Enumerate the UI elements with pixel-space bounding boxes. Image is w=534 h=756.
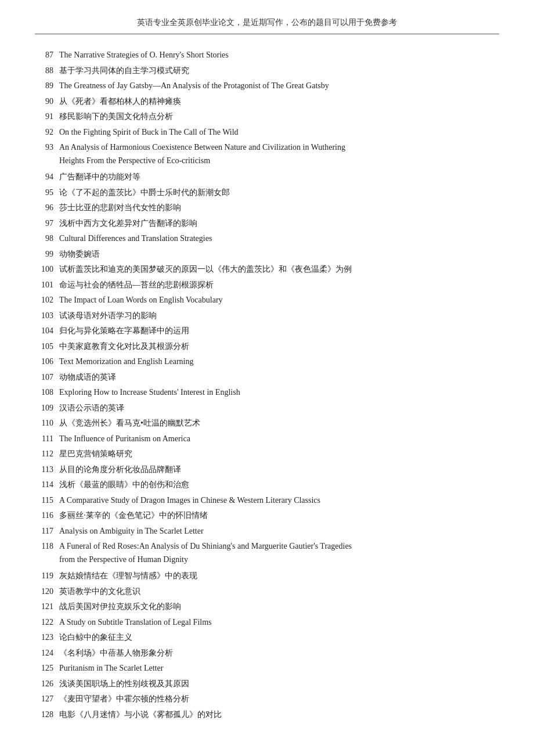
item-text: Analysis on Ambiguity in The Scarlet Let…	[59, 524, 499, 539]
item-text: 电影《八月迷情》与小说《雾都孤儿》的对比	[59, 708, 499, 722]
item-number: 123	[35, 631, 59, 645]
list-item: 88基于学习共同体的自主学习模式研究	[35, 64, 499, 78]
item-number: 96	[35, 201, 59, 215]
item-number: 99	[35, 247, 59, 262]
item-number: 121	[35, 600, 59, 614]
list-item: 116多丽丝·莱辛的《金色笔记》中的怀旧情绪	[35, 509, 499, 523]
item-text: 《名利场》中蓓基人物形象分析	[59, 646, 499, 661]
item-number: 95	[35, 186, 59, 200]
item-text: 动物成语的英译	[59, 370, 499, 385]
list-item: 87The Narrative Strategies of O. Henry's…	[35, 48, 499, 63]
list-item: 110从《竞选州长》看马克•吐温的幽默艺术	[35, 416, 499, 431]
item-text: A Comparative Study of Dragon Images in …	[59, 494, 499, 508]
item-number: 106	[35, 355, 59, 369]
item-text: 动物委婉语	[59, 247, 499, 262]
item-text: 基于学习共同体的自主学习模式研究	[59, 64, 499, 78]
header-text: 英语专业全英原创毕业论文，是近期写作，公布的题目可以用于免费参考	[137, 18, 397, 27]
item-text: 浅谈美国职场上的性别歧视及其原因	[59, 677, 499, 692]
list-item: 111The Influence of Puritanism on Americ…	[35, 432, 499, 447]
item-number: 111	[35, 432, 59, 447]
list-item: 118A Funeral of Red Roses:An Analysis of…	[35, 539, 499, 568]
list-item: 92On the Fighting Spirit of Buck in The …	[35, 125, 499, 140]
item-text: 从《死者》看都柏林人的精神瘫痪	[59, 95, 499, 109]
list-item: 94广告翻译中的功能对等	[35, 170, 499, 185]
item-number: 113	[35, 463, 59, 477]
thesis-list: 87The Narrative Strategies of O. Henry's…	[35, 48, 499, 722]
list-item: 126浅谈美国职场上的性别歧视及其原因	[35, 677, 499, 692]
item-text: 战后美国对伊拉克娱乐文化的影响	[59, 600, 499, 614]
item-number: 124	[35, 646, 59, 661]
item-number: 112	[35, 447, 59, 462]
list-item: 124《名利场》中蓓基人物形象分析	[35, 646, 499, 661]
item-text: Cultural Differences and Translation Str…	[59, 232, 499, 246]
item-number: 114	[35, 478, 59, 492]
item-text: 浅析《最蓝的眼睛》中的创伤和治愈	[59, 478, 499, 492]
list-item: 113从目的论角度分析化妆品品牌翻译	[35, 463, 499, 477]
item-number: 117	[35, 524, 59, 539]
item-number: 126	[35, 677, 59, 692]
item-text: The Greatness of Jay Gatsby—An Analysis …	[59, 79, 499, 93]
item-number: 118	[35, 539, 59, 554]
item-text: The Influence of Puritanism on America	[59, 432, 499, 447]
item-number: 108	[35, 386, 59, 400]
item-text: 汉语公示语的英译	[59, 401, 499, 416]
item-number: 94	[35, 170, 59, 185]
list-item: 127《麦田守望者》中霍尔顿的性格分析	[35, 692, 499, 707]
item-number: 100	[35, 262, 59, 277]
item-number: 119	[35, 569, 59, 584]
item-number: 107	[35, 370, 59, 385]
item-text: Puritanism in The Scarlet Letter	[59, 661, 499, 676]
item-text: 星巴克营销策略研究	[59, 447, 499, 462]
list-item: 99动物委婉语	[35, 247, 499, 262]
item-text: 移民影响下的美国文化特点分析	[59, 110, 499, 124]
list-item: 101命运与社会的牺牲品—苔丝的悲剧根源探析	[35, 278, 499, 293]
list-item: 95论《了不起的盖茨比》中爵士乐时代的新潮女郎	[35, 186, 499, 200]
item-text: 试析盖茨比和迪克的美国梦破灭的原因一以《伟大的盖茨比》和《夜色温柔》为例	[59, 262, 499, 277]
list-item: 97浅析中西方文化差异对广告翻译的影响	[35, 217, 499, 231]
item-text: The Narrative Strategies of O. Henry's S…	[59, 48, 499, 63]
item-number: 90	[35, 95, 59, 109]
item-number: 109	[35, 401, 59, 416]
item-text: 灰姑娘情结在《理智与情感》中的表现	[59, 569, 499, 584]
item-text: 多丽丝·莱辛的《金色笔记》中的怀旧情绪	[59, 509, 499, 523]
list-item: 117Analysis on Ambiguity in The Scarlet …	[35, 524, 499, 539]
item-number: 103	[35, 309, 59, 323]
list-item: 91移民影响下的美国文化特点分析	[35, 110, 499, 124]
item-text: A Study on Subtitle Translation of Legal…	[59, 615, 499, 630]
list-item: 119灰姑娘情结在《理智与情感》中的表现	[35, 569, 499, 584]
item-text: An Analysis of Harmonious Coexistence Be…	[59, 141, 499, 155]
item-number: 104	[35, 324, 59, 339]
item-text: 命运与社会的牺牲品—苔丝的悲剧根源探析	[59, 278, 499, 293]
list-item: 108Exploring How to Increase Students' I…	[35, 386, 499, 400]
item-number: 102	[35, 293, 59, 308]
item-number: 92	[35, 125, 59, 140]
list-item: 125Puritanism in The Scarlet Letter	[35, 661, 499, 676]
item-number: 120	[35, 585, 59, 599]
list-item: 96莎士比亚的悲剧对当代女性的影响	[35, 201, 499, 215]
item-text: 论《了不起的盖茨比》中爵士乐时代的新潮女郎	[59, 186, 499, 200]
item-continuation: from the Perspective of Human Dignity	[35, 553, 188, 567]
list-item: 123论白鲸中的象征主义	[35, 631, 499, 645]
item-text: 广告翻译中的功能对等	[59, 170, 499, 185]
item-number: 127	[35, 692, 59, 707]
item-text: 浅析中西方文化差异对广告翻译的影响	[59, 217, 499, 231]
item-text: 从《竞选州长》看马克•吐温的幽默艺术	[59, 416, 499, 431]
item-number: 98	[35, 232, 59, 246]
item-text: Text Memorization and English Learning	[59, 355, 499, 369]
list-item: 115A Comparative Study of Dragon Images …	[35, 494, 499, 508]
item-number: 88	[35, 64, 59, 78]
item-number: 101	[35, 278, 59, 293]
list-item: 107动物成语的英译	[35, 370, 499, 385]
item-number: 125	[35, 661, 59, 676]
list-item: 93An Analysis of Harmonious Coexistence …	[35, 141, 499, 169]
item-number: 97	[35, 217, 59, 231]
item-text: The Impact of Loan Words on English Voca…	[59, 293, 499, 308]
list-item: 114浅析《最蓝的眼睛》中的创伤和治愈	[35, 478, 499, 492]
item-continuation: Heights From the Perspective of Eco-crit…	[35, 154, 210, 168]
item-text: 归化与异化策略在字幕翻译中的运用	[59, 324, 499, 339]
item-number: 91	[35, 110, 59, 124]
item-text: 中美家庭教育文化对比及其根源分析	[59, 340, 499, 354]
item-text: Exploring How to Increase Students' Inte…	[59, 386, 499, 400]
page-header: 英语专业全英原创毕业论文，是近期写作，公布的题目可以用于免费参考	[35, 17, 499, 34]
list-item: 103试谈母语对外语学习的影响	[35, 309, 499, 323]
